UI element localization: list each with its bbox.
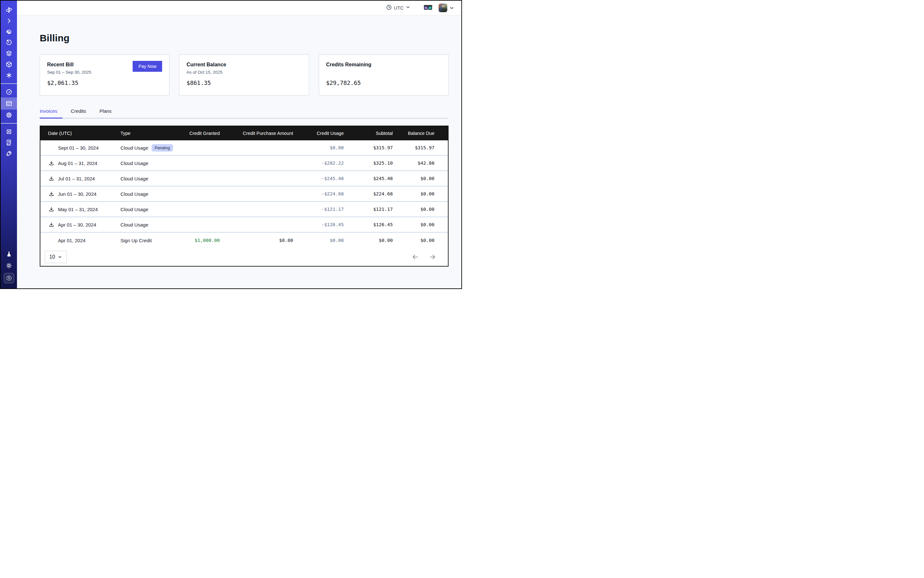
cube-icon[interactable]	[1, 59, 17, 70]
download-invoice-button[interactable]	[49, 161, 56, 166]
tab-invoices[interactable]: Invoices	[40, 108, 58, 118]
asterisk-icon[interactable]	[1, 70, 17, 81]
billing-tabs: Invoices Credits Plans	[40, 108, 448, 119]
timezone-selector[interactable]: UTC	[386, 5, 411, 11]
balance-due-value: $0.00	[393, 238, 449, 243]
sun-icon[interactable]	[1, 260, 17, 271]
download-invoice-button[interactable]	[49, 176, 56, 181]
invoice-date: Apr 01 – 30, 2024	[58, 222, 96, 227]
invoice-date: Jun 01 – 30, 2024	[58, 191, 96, 197]
column-header: Balance Due	[393, 131, 449, 136]
credit-usage-value: -$126.45	[293, 222, 344, 227]
logo-orbit-icon[interactable]	[1, 5, 17, 15]
credit-usage-value: -$224.68	[293, 191, 344, 196]
invoice-type: Cloud Usage	[120, 207, 148, 212]
invoice-type: Cloud Usage	[120, 222, 148, 227]
subtotal-value: $0.00	[344, 238, 393, 243]
chevron-down-icon[interactable]	[449, 5, 454, 11]
credit-usage-value: $0.00	[293, 145, 344, 150]
pagination-bar: 10	[41, 248, 448, 266]
balance-due-value: $0.00	[393, 222, 449, 227]
subtotal-value: $315.97	[344, 145, 393, 150]
table-row: Jun 01 – 30, 2024 Cloud Usage -$224.68 $…	[41, 187, 448, 202]
gear-icon[interactable]	[1, 110, 17, 120]
chevron-down-icon	[58, 255, 62, 259]
credit-usage-value: -$245.48	[293, 176, 344, 181]
table-row: Apr 01, 2024 Sign Up Credit $1,000.00 $0…	[41, 232, 448, 248]
layers-icon[interactable]	[1, 48, 17, 59]
current-balance-card: Current Balance As of Oct 15, 2025 $861.…	[179, 54, 309, 96]
glasses-icon[interactable]	[423, 5, 433, 11]
sidebar-divider	[1, 123, 17, 124]
tab-plans[interactable]: Plans	[100, 108, 113, 118]
invoice-date: Apr 01, 2024	[58, 238, 86, 243]
invoice-date: Jul 01 – 31, 2024	[58, 176, 95, 181]
invoice-date: May 01 – 31, 2024	[58, 207, 98, 212]
balance-due-value: $315.97	[393, 145, 449, 150]
balance-due-value: $42.88	[393, 161, 449, 166]
invoice-date: Sept 01 – 30, 2024	[58, 145, 99, 151]
history-icon[interactable]	[1, 37, 17, 48]
credit-granted-value: $1,000.00	[185, 238, 220, 243]
invoice-type: Cloud Usage	[120, 176, 148, 181]
billing-card-icon[interactable]	[1, 97, 17, 110]
observe-eye-icon[interactable]	[1, 26, 17, 37]
column-header: Credit Purchase Amount	[220, 131, 293, 136]
page-title: Billing	[40, 32, 448, 44]
table-row: Aug 01 – 31, 2024 Cloud Usage -$282.22 $…	[41, 156, 448, 171]
tab-credits[interactable]: Credits	[71, 108, 88, 118]
book-sparkle-icon[interactable]	[1, 137, 17, 148]
subtotal-value: $121.17	[344, 207, 393, 212]
svg-text:$: $	[8, 276, 10, 280]
page-size-select[interactable]: 10	[45, 251, 67, 263]
page-size-value: 10	[49, 254, 55, 260]
status-badge: Pending	[151, 144, 173, 151]
card-amount: $861.35	[187, 80, 301, 86]
rocket-icon[interactable]	[1, 148, 17, 159]
table-row: Jul 01 – 31, 2024 Cloud Usage -$245.48 $…	[41, 171, 448, 187]
credit-usage-value: -$121.17	[293, 207, 344, 212]
sidebar: $	[1, 1, 17, 288]
invoice-type: Sign Up Credit	[120, 238, 152, 243]
column-header: Credit Granted	[185, 131, 220, 136]
card-amount: $29,782.65	[326, 80, 440, 86]
ship-wheel-icon[interactable]	[1, 126, 17, 137]
previous-page-button[interactable]	[411, 253, 419, 261]
credit-usage-value: -$282.22	[293, 161, 344, 166]
invoice-type: Cloud Usage	[120, 191, 148, 197]
credit-purchase-value: $0.00	[220, 238, 293, 243]
pay-now-button[interactable]: Pay Now	[133, 61, 162, 72]
card-subtitle: As of Oct 15, 2025	[187, 70, 301, 75]
invoice-table-body: Sept 01 – 30, 2024 Cloud Usage Pending $…	[41, 140, 448, 248]
download-invoice-button[interactable]	[49, 191, 56, 197]
card-title: Credits Remaining	[326, 62, 440, 68]
chevron-right-icon[interactable]	[1, 15, 17, 26]
table-row: Apr 01 – 30, 2024 Cloud Usage -$126.45 $…	[41, 217, 448, 232]
invoice-type: Cloud Usage	[120, 161, 148, 166]
subtotal-value: $126.45	[344, 222, 393, 227]
sidebar-divider	[1, 83, 17, 84]
chevron-down-icon	[406, 5, 411, 11]
billing-screen: $ UTC	[0, 0, 462, 289]
next-page-button[interactable]	[429, 253, 436, 261]
download-invoice-button[interactable]	[49, 222, 56, 227]
user-avatar[interactable]	[438, 3, 447, 12]
subtotal-value: $245.48	[344, 176, 393, 181]
flask-icon[interactable]	[1, 248, 17, 260]
gauge-icon[interactable]	[1, 86, 17, 97]
invoice-date: Aug 01 – 31, 2024	[58, 161, 97, 166]
credit-usage-value: $0.00	[293, 238, 344, 243]
column-header: Credit Usage	[293, 131, 344, 136]
credits-remaining-card: Credits Remaining $29,782.65	[319, 54, 448, 96]
invoices-table: Date (UTC) Type Credit Granted Credit Pu…	[40, 126, 448, 266]
dollar-badge-icon[interactable]: $	[4, 273, 14, 283]
table-row: May 01 – 31, 2024 Cloud Usage -$121.17 $…	[41, 202, 448, 217]
card-amount: $2,061.35	[47, 80, 161, 86]
recent-bill-card: Recent Bill Sep 01 – Sep 30, 2025 $2,061…	[40, 54, 169, 96]
subtotal-value: $325.10	[344, 161, 393, 166]
column-header: Subtotal	[344, 131, 393, 136]
balance-due-value: $0.00	[393, 207, 449, 212]
summary-cards: Recent Bill Sep 01 – Sep 30, 2025 $2,061…	[40, 54, 448, 96]
topbar: UTC	[17, 1, 461, 15]
download-invoice-button[interactable]	[49, 207, 56, 212]
